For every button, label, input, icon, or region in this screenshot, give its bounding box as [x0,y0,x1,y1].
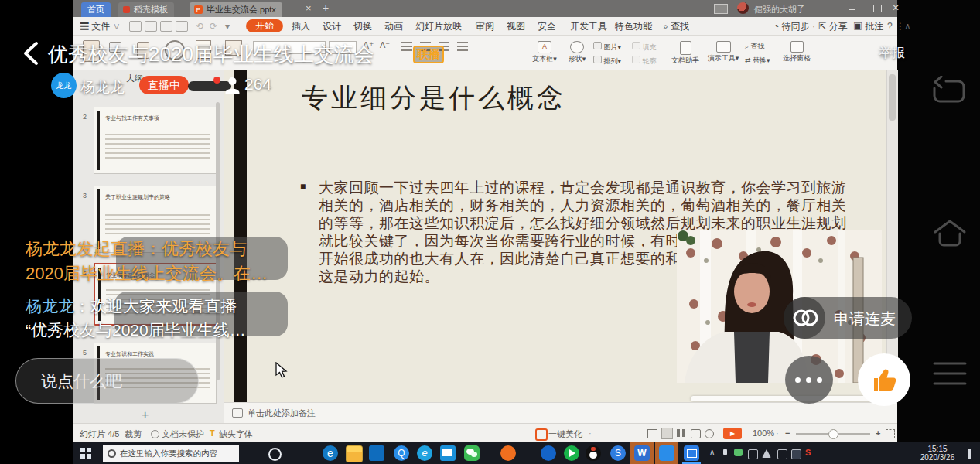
selection-pane-button[interactable]: 选择窗格 [779,41,814,63]
tab-docer-templates[interactable]: 稻壳模板 [118,2,174,17]
window-stack-icon[interactable] [714,4,728,14]
arrange-button[interactable]: 排列▾ [593,56,621,67]
ime-tray-icon[interactable] [791,449,801,459]
help-icon[interactable]: ? [887,20,893,32]
normal-view-selected-icon[interactable] [661,428,673,439]
doc-assistant-button[interactable]: 文档助手 [668,41,703,66]
present-tools-button[interactable]: 演示工具▾ [705,41,742,63]
account-name[interactable]: 倔强的大胡子 [754,4,805,15]
ali-wangwang-icon[interactable] [500,445,516,461]
preview-icon[interactable] [176,21,188,32]
streamer-avatar[interactable]: 龙龙 [51,73,77,98]
picture-button[interactable]: 图片▾ [593,42,621,53]
shapes-button[interactable]: 形状▾ [561,41,593,64]
menu-tab-animation[interactable]: 动画 [384,20,403,32]
android-back-icon[interactable] [930,76,968,107]
task-view-icon[interactable] [295,449,306,459]
clock[interactable]: 15:15 2020/3/26 [913,445,961,462]
reading-view-icon[interactable] [691,429,701,438]
ie-icon[interactable]: e [417,445,432,461]
zoom-out-icon[interactable]: − [785,428,790,438]
toolbar-dropdown-icon[interactable]: ▾ [225,20,230,32]
minimize-icon[interactable] [849,9,855,10]
fill-button[interactable]: 填充 [632,42,657,53]
close-tab-icon[interactable]: × [306,2,312,14]
taskbar-search-box[interactable]: 在这里输入你要搜索的内容 [103,445,239,462]
fullscreen-icon[interactable] [886,429,895,438]
replace-button[interactable]: ⇄ 替换▾ [745,56,770,66]
handout-view-icon[interactable] [705,429,714,438]
video-player-icon[interactable] [564,445,579,461]
slide-scrollbar[interactable] [886,70,898,402]
restore-icon[interactable] [873,5,882,12]
save-icon[interactable] [129,21,142,32]
sync-button[interactable]: ◔ 待同步 · [773,20,815,32]
menu-tab-slideshow[interactable]: 幻灯片放映 [415,20,462,32]
menu-tab-devtools[interactable]: 开发工具 [570,20,607,32]
new-tab-icon[interactable]: + [323,2,329,14]
textbox-button[interactable]: A 文本框▾ [528,41,561,64]
slide-thumbnail-2[interactable]: 专业与找工作有关事项 [94,107,217,174]
chat-tray-icon[interactable] [734,449,743,456]
zoom-in-icon[interactable]: + [876,428,880,438]
doc-unprotected-label[interactable]: 文档未保护 [162,428,204,440]
tab-wps-home[interactable]: 首页 [81,2,111,17]
menu-tab-insert[interactable]: 插入 [292,20,310,32]
print-preview-icon[interactable] [160,21,172,32]
notification-center-icon[interactable] [968,449,980,459]
slide-scrollbar-thumb[interactable] [889,74,896,121]
wechat-icon[interactable] [464,445,480,461]
menu-tab-transition[interactable]: 切换 [353,20,372,32]
menu-tab-home[interactable]: 开始 [246,19,283,32]
menu-tab-view[interactable]: 视图 [507,20,525,32]
ms-store-icon[interactable] [369,445,384,461]
normal-view-icon[interactable] [647,429,657,438]
menu-tab-review[interactable]: 审阅 [476,20,494,32]
new-slide-plus-button[interactable]: + [142,408,149,422]
sogou-ime-tray-icon[interactable]: S [805,448,811,457]
screen-recorder-icon[interactable] [684,445,699,461]
tab-document[interactable]: P 毕业生交流会.pptx [190,2,282,17]
beautify-button[interactable]: 一键美化 [548,428,582,440]
microphone-tray-icon[interactable] [723,449,727,455]
crop-label[interactable]: 裁剪 [125,428,142,440]
play-slideshow-button[interactable]: ▶ [723,428,742,439]
report-button[interactable]: 举报 [879,44,905,62]
menu-find[interactable]: ⌕ 查找 [663,20,689,32]
bullet-list-icon[interactable] [401,42,412,51]
collapse-ribbon-icon[interactable]: ∧ [904,20,911,32]
zoom-dropdown-icon[interactable]: · [776,428,779,438]
cortana-icon[interactable] [268,448,282,461]
wps-icon[interactable]: W [634,445,650,461]
start-button[interactable] [80,448,91,459]
chat-sender-name[interactable]: 杨龙龙 [26,297,74,315]
redo-icon[interactable]: ⟳ [210,20,217,32]
file-explorer-icon[interactable] [346,445,363,462]
share-button[interactable]: ⇱ 分享 [818,20,847,32]
edge-icon[interactable]: e [323,445,338,461]
slide-hscrollbar[interactable] [691,396,882,401]
account-avatar[interactable] [737,2,749,14]
menu-tab-security[interactable]: 安全 [538,20,556,32]
zoom-slider-knob[interactable] [828,429,838,439]
xunlei-icon[interactable] [541,445,556,461]
menu-tab-features[interactable]: 特色功能 [615,20,652,32]
like-button[interactable] [858,353,910,406]
more-options-button[interactable] [785,356,833,404]
qq-icon[interactable] [586,445,601,461]
display-tray-icon[interactable] [748,449,758,459]
font-shrink-icon[interactable]: A⁻ [380,40,390,50]
print-icon[interactable] [145,21,157,32]
beautify-dropdown-icon[interactable]: · [589,428,592,438]
android-recents-icon[interactable] [932,360,968,387]
sogou-icon[interactable]: S [610,445,626,461]
outline-button[interactable]: 轮廓 [632,56,657,67]
notes-bar[interactable]: 单击此处添加备注 [224,402,897,424]
mail-icon[interactable] [440,445,456,461]
back-icon[interactable] [21,41,41,66]
undo-icon[interactable]: ⟲ [196,20,203,32]
volume-tray-icon[interactable] [777,449,787,459]
slide-sorter-icon[interactable] [677,429,685,437]
find-button[interactable]: ⌕ 查找 [745,42,765,52]
menu-file[interactable]: ☰ 文件 ∨ [80,20,121,32]
